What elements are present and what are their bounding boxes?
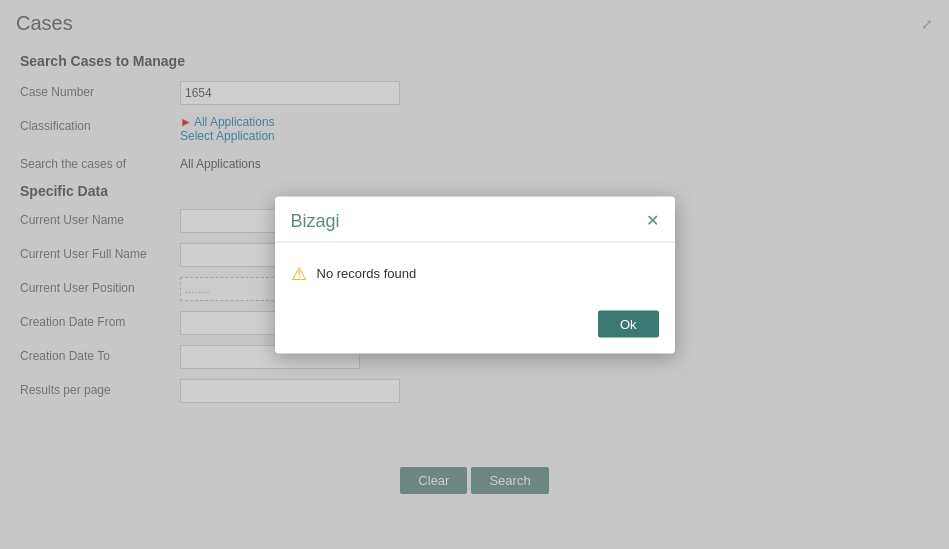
dialog-body: ⚠ No records found	[275, 242, 675, 300]
warning-icon: ⚠	[291, 262, 307, 284]
dialog-message: No records found	[317, 266, 417, 281]
ok-button[interactable]: Ok	[598, 310, 659, 337]
dialog-title: Bizagi	[291, 210, 340, 231]
dialog: Bizagi ✕ ⚠ No records found Ok	[275, 196, 675, 353]
dialog-close-button[interactable]: ✕	[646, 213, 659, 229]
page-wrapper: Cases ⤢ Search Cases to Manage Case Numb…	[0, 0, 949, 549]
dialog-footer: Ok	[275, 300, 675, 353]
dialog-header: Bizagi ✕	[275, 196, 675, 242]
